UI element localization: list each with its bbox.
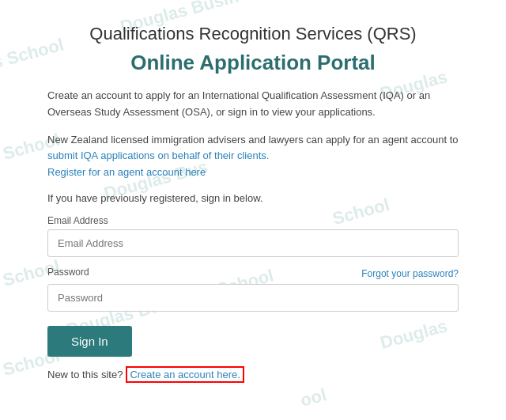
sign-in-button[interactable]: Sign In [47,326,132,357]
description-para1: Create an account to apply for an Intern… [47,88,459,121]
description-para2: New Zealand licensed immigration adviser… [47,132,459,181]
register-agent-link[interactable]: Register for an agent account here [47,166,206,178]
email-input[interactable] [47,229,459,257]
create-account-link[interactable]: Create an account here. [126,366,244,383]
portal-title: Online Application Portal [47,51,459,75]
forgot-password-link[interactable]: Forgot your password? [361,268,459,279]
site-title: Qualifications Recognition Services (QRS… [47,16,459,44]
new-to-site-text: New to this site? [47,369,123,380]
submit-iqa-link[interactable]: submit IQA applications on behalf of the… [47,149,269,161]
password-group: Password Forgot your password? [47,267,459,312]
new-account-row: New to this site? Create an account here… [47,366,459,383]
password-input[interactable] [47,284,459,312]
email-label: Email Address [47,215,459,226]
signin-prompt: If you have previously registered, sign … [47,192,459,204]
email-group: Email Address [47,215,459,257]
description-para2-prefix: New Zealand licensed immigration adviser… [47,134,459,146]
password-label: Password [47,267,89,278]
